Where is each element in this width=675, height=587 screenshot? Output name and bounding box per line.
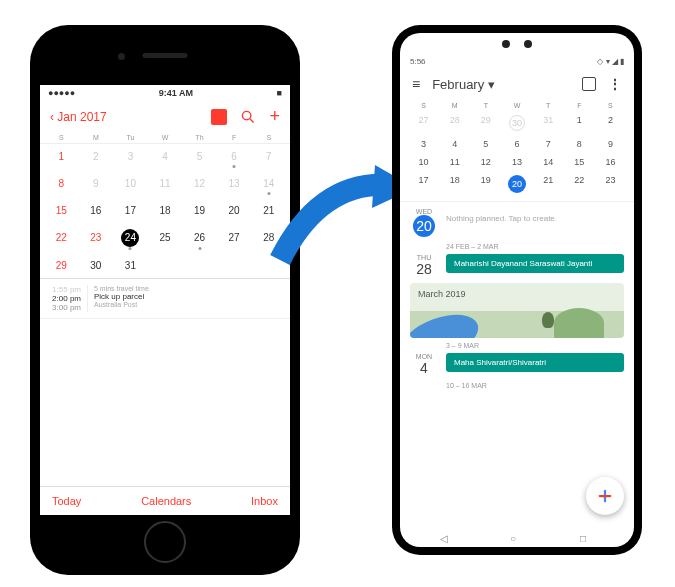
event-body: 5 mins travel time Pick up parcel Austra… (88, 285, 282, 312)
clock: 9:41 AM (159, 88, 193, 98)
agenda-item[interactable]: THU 28 Maharishi Dayanand Saraswati Jaya… (410, 254, 624, 277)
status-icons: ◇ ▾ ◢ ▮ (597, 57, 624, 66)
view-toggle-icon[interactable] (211, 109, 227, 125)
day-cell[interactable]: 19 (470, 175, 501, 193)
home-nav-icon[interactable]: ○ (510, 533, 524, 547)
front-camera (118, 53, 125, 60)
day-cell[interactable] (148, 257, 183, 274)
day-cell[interactable]: 4 (439, 139, 470, 149)
day-cell[interactable]: 6 (501, 139, 532, 149)
day-cell[interactable]: 21 (533, 175, 564, 193)
day-cell[interactable]: 9 (595, 139, 626, 149)
day-cell[interactable]: 13 (501, 157, 532, 167)
date-range: 24 FEB – 2 MAR (446, 243, 624, 250)
day-cell[interactable]: 17 (408, 175, 439, 193)
day-cell[interactable]: 20 (217, 202, 252, 219)
day-cell[interactable]: 10 (408, 157, 439, 167)
day-cell[interactable]: 20 (508, 175, 526, 193)
day-cell[interactable]: 3 (113, 148, 148, 165)
back-button[interactable]: ‹ Jan 2017 (50, 110, 107, 124)
more-icon[interactable]: ⋮ (608, 76, 622, 92)
today-button[interactable]: Today (52, 495, 81, 507)
day-cell[interactable]: 1 (44, 148, 79, 165)
event-chip[interactable]: Maharishi Dayanand Saraswati Jayanti (446, 254, 624, 273)
day-cell[interactable]: 1 (564, 115, 595, 131)
day-cell[interactable]: 5 (470, 139, 501, 149)
event-row[interactable]: 1:55 pm 2:00 pm 3:00 pm 5 mins travel ti… (40, 279, 290, 319)
weekday: WED (410, 208, 438, 215)
day-cell[interactable]: 17 (113, 202, 148, 219)
day-cell[interactable]: 31 (533, 115, 564, 131)
day-cell[interactable]: 18 (148, 202, 183, 219)
day-cell[interactable]: 5 (182, 148, 217, 165)
day-cell[interactable]: 16 (79, 202, 114, 219)
day-cell[interactable]: 29 (470, 115, 501, 131)
day-cell[interactable]: 9 (79, 175, 114, 192)
day-cell[interactable]: 26 (182, 229, 217, 247)
day-cell[interactable]: 8 (564, 139, 595, 149)
day-cell[interactable]: 7 (533, 139, 564, 149)
day-cell[interactable]: 22 (564, 175, 595, 193)
inbox-button[interactable]: Inbox (251, 495, 278, 507)
calendars-button[interactable]: Calendars (141, 495, 191, 507)
day-cell[interactable]: 30 (509, 115, 525, 131)
home-button[interactable] (144, 521, 186, 563)
create-event-fab[interactable] (586, 477, 624, 515)
day-cell[interactable]: 31 (113, 257, 148, 274)
day-cell[interactable]: 23 (79, 229, 114, 247)
day-cell[interactable]: 12 (470, 157, 501, 167)
ios-month-grid[interactable]: 1234567891011121314151617181920212223242… (40, 144, 290, 279)
ios-status-bar: ●●●●● 9:41 AM ■ (40, 85, 290, 101)
recent-nav-icon[interactable]: □ (580, 533, 594, 547)
weekday-label: Th (182, 134, 217, 141)
day-cell[interactable]: 10 (113, 175, 148, 192)
day-cell[interactable]: 8 (44, 175, 79, 192)
day-cell[interactable]: 4 (148, 148, 183, 165)
back-label: Jan 2017 (57, 110, 106, 124)
back-nav-icon[interactable]: ◁ (440, 533, 454, 547)
day-cell[interactable]: 27 (408, 115, 439, 131)
day-cell[interactable] (182, 257, 217, 274)
day-cell[interactable]: 25 (148, 229, 183, 247)
day-cell[interactable]: 15 (44, 202, 79, 219)
weekday-label: S (44, 134, 79, 141)
day-cell[interactable]: 24 (121, 229, 139, 247)
daynum: 28 (410, 261, 438, 277)
search-icon[interactable] (241, 110, 255, 124)
day-cell[interactable]: 12 (182, 175, 217, 192)
menu-icon[interactable]: ≡ (412, 76, 420, 92)
day-cell[interactable]: 29 (44, 257, 79, 274)
month-dropdown[interactable]: February ▾ (432, 77, 570, 92)
day-cell[interactable]: 13 (217, 175, 252, 192)
android-status-bar: 5:56 ◇ ▾ ◢ ▮ (400, 55, 634, 68)
day-cell[interactable]: 23 (595, 175, 626, 193)
day-cell[interactable]: 3 (408, 139, 439, 149)
day-cell[interactable]: 18 (439, 175, 470, 193)
android-month-grid[interactable]: 2728293031123456789101112131415161718192… (400, 113, 634, 202)
agenda-item[interactable]: MON 4 Maha Shivaratri/Shivaratri (410, 353, 624, 376)
hill-decoration (554, 308, 604, 338)
agenda-today[interactable]: WED 20 Nothing planned. Tap to create. (410, 208, 624, 237)
day-cell[interactable]: 11 (148, 175, 183, 192)
day-cell[interactable]: 28 (439, 115, 470, 131)
today-icon[interactable] (582, 77, 596, 91)
event-chip[interactable]: Maha Shivaratri/Shivaratri (446, 353, 624, 372)
event-end: 3:00 pm (48, 303, 81, 312)
empty-text[interactable]: Nothing planned. Tap to create. (446, 208, 557, 223)
day-cell[interactable]: 30 (79, 257, 114, 274)
add-event-button[interactable]: + (269, 106, 280, 127)
signal-dots: ●●●●● (48, 88, 75, 98)
day-cell[interactable]: 27 (217, 229, 252, 247)
day-cell[interactable]: 6 (217, 148, 252, 165)
event-title: Pick up parcel (94, 292, 282, 301)
day-cell[interactable]: 14 (533, 157, 564, 167)
day-cell[interactable]: 15 (564, 157, 595, 167)
day-cell[interactable]: 2 (595, 115, 626, 131)
day-cell[interactable]: 19 (182, 202, 217, 219)
day-cell[interactable]: 16 (595, 157, 626, 167)
day-cell[interactable]: 22 (44, 229, 79, 247)
day-cell[interactable]: 11 (439, 157, 470, 167)
day-cell[interactable] (217, 257, 252, 274)
day-cell[interactable]: 2 (79, 148, 114, 165)
front-cameras (502, 40, 532, 48)
